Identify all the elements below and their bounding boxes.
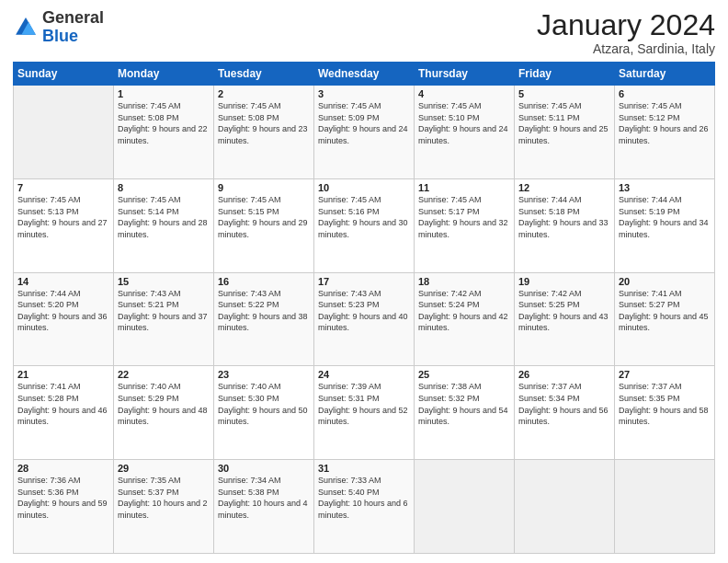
- day-info: Sunrise: 7:37 AMSunset: 5:34 PMDaylight:…: [518, 381, 610, 427]
- calendar-cell: 3Sunrise: 7:45 AMSunset: 5:09 PMDaylight…: [314, 86, 415, 179]
- logo-text: General Blue: [42, 9, 104, 46]
- day-info: Sunrise: 7:36 AMSunset: 5:36 PMDaylight:…: [17, 475, 109, 521]
- day-number: 19: [518, 276, 610, 287]
- calendar-cell: 10Sunrise: 7:45 AMSunset: 5:16 PMDayligh…: [314, 178, 415, 272]
- day-info: Sunrise: 7:33 AMSunset: 5:40 PMDaylight:…: [318, 475, 410, 521]
- day-number: 23: [218, 369, 310, 380]
- day-info: Sunrise: 7:45 AMSunset: 5:12 PMDaylight:…: [619, 100, 711, 146]
- weekday-header-thursday: Thursday: [415, 63, 515, 86]
- day-number: 29: [118, 463, 210, 474]
- calendar-cell: 16Sunrise: 7:43 AMSunset: 5:22 PMDayligh…: [214, 272, 314, 366]
- day-info: Sunrise: 7:42 AMSunset: 5:25 PMDaylight:…: [518, 288, 610, 334]
- calendar-week-5: 28Sunrise: 7:36 AMSunset: 5:36 PMDayligh…: [14, 460, 715, 554]
- day-info: Sunrise: 7:39 AMSunset: 5:31 PMDaylight:…: [318, 381, 410, 427]
- day-number: 28: [17, 463, 109, 474]
- day-info: Sunrise: 7:45 AMSunset: 5:14 PMDaylight:…: [118, 194, 210, 240]
- calendar-week-2: 7Sunrise: 7:45 AMSunset: 5:13 PMDaylight…: [14, 178, 715, 272]
- weekday-header-saturday: Saturday: [615, 63, 715, 86]
- calendar-cell: 18Sunrise: 7:42 AMSunset: 5:24 PMDayligh…: [415, 272, 515, 366]
- day-number: 25: [418, 369, 510, 380]
- calendar-cell: 25Sunrise: 7:38 AMSunset: 5:32 PMDayligh…: [415, 366, 515, 460]
- logo-blue: Blue: [42, 27, 78, 45]
- logo-icon: [13, 15, 39, 40]
- calendar-cell: 8Sunrise: 7:45 AMSunset: 5:14 PMDaylight…: [114, 178, 214, 272]
- calendar-cell: [615, 460, 715, 554]
- calendar-cell: [515, 460, 615, 554]
- calendar-cell: 24Sunrise: 7:39 AMSunset: 5:31 PMDayligh…: [314, 366, 415, 460]
- day-info: Sunrise: 7:43 AMSunset: 5:21 PMDaylight:…: [118, 288, 210, 334]
- day-info: Sunrise: 7:40 AMSunset: 5:30 PMDaylight:…: [218, 381, 310, 427]
- day-info: Sunrise: 7:35 AMSunset: 5:37 PMDaylight:…: [118, 475, 210, 521]
- calendar-week-3: 14Sunrise: 7:44 AMSunset: 5:20 PMDayligh…: [14, 272, 715, 366]
- calendar-cell: 22Sunrise: 7:40 AMSunset: 5:29 PMDayligh…: [114, 366, 214, 460]
- day-info: Sunrise: 7:44 AMSunset: 5:20 PMDaylight:…: [17, 288, 109, 334]
- day-number: 17: [318, 276, 410, 287]
- day-number: 4: [418, 88, 510, 99]
- title-area: January 2024 Atzara, Sardinia, Italy: [537, 9, 715, 56]
- calendar-cell: 23Sunrise: 7:40 AMSunset: 5:30 PMDayligh…: [214, 366, 314, 460]
- day-info: Sunrise: 7:43 AMSunset: 5:22 PMDaylight:…: [218, 288, 310, 334]
- calendar-cell: 12Sunrise: 7:44 AMSunset: 5:18 PMDayligh…: [515, 178, 615, 272]
- day-number: 1: [118, 88, 210, 99]
- calendar-cell: 31Sunrise: 7:33 AMSunset: 5:40 PMDayligh…: [314, 460, 415, 554]
- weekday-header-tuesday: Tuesday: [214, 63, 314, 86]
- day-info: Sunrise: 7:45 AMSunset: 5:13 PMDaylight:…: [17, 194, 109, 240]
- header: General Blue January 2024 Atzara, Sardin…: [13, 9, 715, 56]
- month-title: January 2024: [537, 9, 715, 41]
- logo-general: General: [42, 8, 104, 27]
- calendar-cell: 17Sunrise: 7:43 AMSunset: 5:23 PMDayligh…: [314, 272, 415, 366]
- day-info: Sunrise: 7:45 AMSunset: 5:08 PMDaylight:…: [118, 100, 210, 146]
- day-number: 10: [318, 182, 410, 193]
- weekday-header-sunday: Sunday: [14, 63, 114, 86]
- day-number: 22: [118, 369, 210, 380]
- day-number: 15: [118, 276, 210, 287]
- day-number: 9: [218, 182, 310, 193]
- day-number: 7: [17, 182, 109, 193]
- day-number: 24: [318, 369, 410, 380]
- day-number: 13: [619, 182, 711, 193]
- calendar-cell: 21Sunrise: 7:41 AMSunset: 5:28 PMDayligh…: [14, 366, 114, 460]
- calendar-cell: 6Sunrise: 7:45 AMSunset: 5:12 PMDaylight…: [615, 86, 715, 179]
- weekday-header-friday: Friday: [515, 63, 615, 86]
- calendar-cell: 19Sunrise: 7:42 AMSunset: 5:25 PMDayligh…: [515, 272, 615, 366]
- subtitle: Atzara, Sardinia, Italy: [537, 41, 715, 56]
- calendar-cell: [415, 460, 515, 554]
- day-info: Sunrise: 7:42 AMSunset: 5:24 PMDaylight:…: [418, 288, 510, 334]
- calendar-cell: 4Sunrise: 7:45 AMSunset: 5:10 PMDaylight…: [415, 86, 515, 179]
- calendar-cell: 7Sunrise: 7:45 AMSunset: 5:13 PMDaylight…: [14, 178, 114, 272]
- day-number: 5: [518, 88, 610, 99]
- day-info: Sunrise: 7:34 AMSunset: 5:38 PMDaylight:…: [218, 475, 310, 521]
- calendar-cell: 13Sunrise: 7:44 AMSunset: 5:19 PMDayligh…: [615, 178, 715, 272]
- day-number: 14: [17, 276, 109, 287]
- day-info: Sunrise: 7:44 AMSunset: 5:19 PMDaylight:…: [619, 194, 711, 240]
- day-number: 3: [318, 88, 410, 99]
- calendar-cell: 9Sunrise: 7:45 AMSunset: 5:15 PMDaylight…: [214, 178, 314, 272]
- calendar-cell: 28Sunrise: 7:36 AMSunset: 5:36 PMDayligh…: [14, 460, 114, 554]
- calendar-cell: 14Sunrise: 7:44 AMSunset: 5:20 PMDayligh…: [14, 272, 114, 366]
- day-number: 2: [218, 88, 310, 99]
- calendar-cell: 11Sunrise: 7:45 AMSunset: 5:17 PMDayligh…: [415, 178, 515, 272]
- day-number: 20: [619, 276, 711, 287]
- day-info: Sunrise: 7:38 AMSunset: 5:32 PMDaylight:…: [418, 381, 510, 427]
- day-info: Sunrise: 7:45 AMSunset: 5:17 PMDaylight:…: [418, 194, 510, 240]
- day-info: Sunrise: 7:45 AMSunset: 5:15 PMDaylight:…: [218, 194, 310, 240]
- calendar-cell: 1Sunrise: 7:45 AMSunset: 5:08 PMDaylight…: [114, 86, 214, 179]
- day-info: Sunrise: 7:45 AMSunset: 5:16 PMDaylight:…: [318, 194, 410, 240]
- day-number: 31: [318, 463, 410, 474]
- calendar-week-4: 21Sunrise: 7:41 AMSunset: 5:28 PMDayligh…: [14, 366, 715, 460]
- calendar-cell: 27Sunrise: 7:37 AMSunset: 5:35 PMDayligh…: [615, 366, 715, 460]
- day-number: 27: [619, 369, 711, 380]
- calendar-cell: 5Sunrise: 7:45 AMSunset: 5:11 PMDaylight…: [515, 86, 615, 179]
- day-number: 6: [619, 88, 711, 99]
- day-number: 26: [518, 369, 610, 380]
- calendar-cell: [14, 86, 114, 179]
- day-number: 21: [17, 369, 109, 380]
- weekday-header-wednesday: Wednesday: [314, 63, 415, 86]
- calendar-header-row: SundayMondayTuesdayWednesdayThursdayFrid…: [14, 63, 715, 86]
- day-info: Sunrise: 7:45 AMSunset: 5:10 PMDaylight:…: [418, 100, 510, 146]
- day-number: 18: [418, 276, 510, 287]
- day-info: Sunrise: 7:37 AMSunset: 5:35 PMDaylight:…: [619, 381, 711, 427]
- calendar-week-1: 1Sunrise: 7:45 AMSunset: 5:08 PMDaylight…: [14, 86, 715, 179]
- day-number: 8: [118, 182, 210, 193]
- day-info: Sunrise: 7:45 AMSunset: 5:08 PMDaylight:…: [218, 100, 310, 146]
